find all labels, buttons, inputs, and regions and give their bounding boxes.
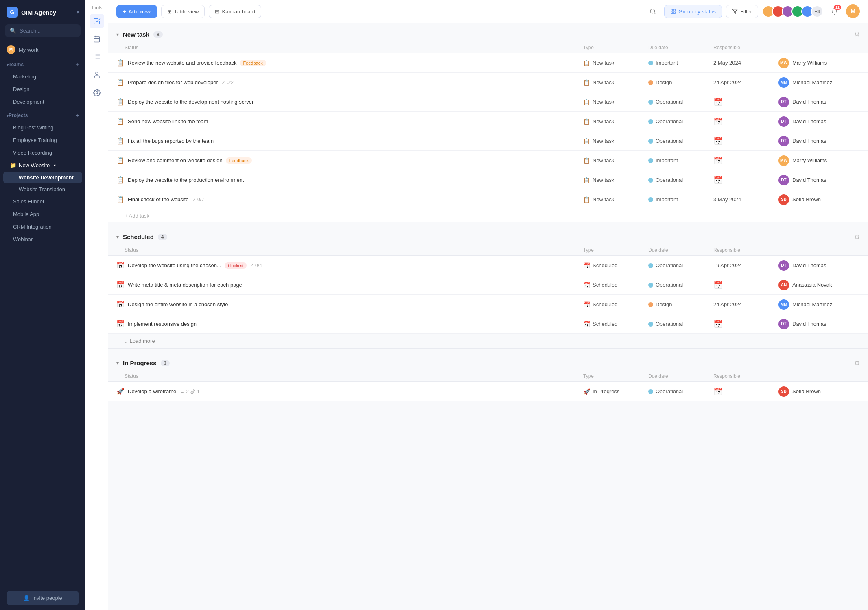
- resp-avatar: AN: [778, 280, 789, 290]
- due-cell: 📅: [713, 320, 778, 329]
- kanban-board-button[interactable]: ⊟ Kanban board: [209, 5, 261, 18]
- table-row[interactable]: 📋 Fix all the bugs reported by the team …: [108, 131, 868, 151]
- group-new-task-toggle[interactable]: ▾: [116, 32, 119, 37]
- tool-list[interactable]: [90, 50, 104, 64]
- due-cell: 📅: [713, 98, 778, 107]
- group-new-task-settings[interactable]: ⚙: [854, 30, 860, 38]
- col-task: Status: [116, 247, 583, 253]
- status-cell: 📅 Scheduled: [583, 262, 648, 269]
- table-row[interactable]: 📋 Final check of the website ✓ 0/7 📋 New…: [108, 190, 868, 209]
- responsible-cell: MM Michael Martinez: [778, 299, 860, 310]
- col-responsible: [778, 45, 860, 50]
- sidebar-item-webinar[interactable]: Webinar: [3, 233, 82, 245]
- add-task-button[interactable]: + Add task: [108, 209, 868, 222]
- group-new-task-title: New task: [123, 31, 149, 38]
- responsible-cell: DT David Thomas: [778, 319, 860, 329]
- teams-add-icon[interactable]: +: [76, 61, 79, 68]
- search-button[interactable]: [645, 4, 660, 19]
- teams-section-header[interactable]: ▾ Teams +: [0, 57, 85, 70]
- tool-settings[interactable]: [90, 85, 104, 100]
- add-new-label: Add new: [129, 9, 151, 15]
- projects-add-icon[interactable]: +: [76, 112, 79, 119]
- sidebar-sub-website-translation[interactable]: Website Translation: [3, 184, 82, 195]
- col-status: Type: [583, 45, 648, 50]
- status-cell: 📋 New task: [583, 79, 648, 86]
- sidebar-item-new-website[interactable]: 📁 New Website ▾: [3, 159, 82, 171]
- status-cell: 📅 Scheduled: [583, 321, 648, 327]
- tool-tasks[interactable]: [90, 14, 104, 28]
- svg-point-11: [96, 92, 98, 94]
- search-bar[interactable]: 🔍 Search...: [5, 24, 81, 37]
- sidebar-item-development[interactable]: Development: [3, 96, 82, 108]
- resp-avatar: DT: [778, 136, 789, 146]
- group-in-progress-toggle[interactable]: ▾: [116, 360, 119, 366]
- table-row[interactable]: 📅 Design the entire website in a chosen …: [108, 295, 868, 314]
- group-by-status-button[interactable]: Group by status: [664, 5, 722, 18]
- table-row[interactable]: 📋 Deploy the website to the development …: [108, 92, 868, 112]
- resp-avatar: DT: [778, 319, 789, 329]
- table-row[interactable]: 📋 Review and comment on website design F…: [108, 151, 868, 170]
- app-logo[interactable]: G GIM Agency ▾: [0, 0, 85, 24]
- svg-rect-0: [94, 37, 100, 42]
- table-row[interactable]: 📋 Send new website link to the team 📋 Ne…: [108, 112, 868, 131]
- sidebar-item-design[interactable]: Design: [3, 83, 82, 95]
- notifications-button[interactable]: 12: [827, 4, 842, 19]
- table-row[interactable]: 📅 Develop the website using the chosen..…: [108, 256, 868, 275]
- table-row[interactable]: 📅 Implement responsive design 📅 Schedule…: [108, 314, 868, 334]
- due-cell: 📅: [713, 176, 778, 185]
- tool-person[interactable]: [90, 68, 104, 82]
- subtask-info: 2 1: [179, 389, 199, 394]
- subtask-info: ✓ 0/4: [250, 263, 262, 268]
- sidebar-item-blog-post-writing[interactable]: Blog Post Writing: [3, 122, 82, 133]
- type-cell: Operational: [648, 99, 713, 105]
- sidebar-item-sales-funnel[interactable]: Sales Funnel: [3, 196, 82, 207]
- due-cell: 3 May 2024: [713, 196, 778, 203]
- projects-section-header[interactable]: ▾ Projects +: [0, 108, 85, 121]
- design-label: Design: [13, 86, 29, 92]
- group-in-progress-count: 3: [161, 360, 170, 366]
- tool-calendar[interactable]: [90, 32, 104, 46]
- table-view-label: Table view: [174, 9, 199, 15]
- task-name: 📋 Send new website link to the team: [116, 113, 583, 130]
- resp-avatar: DT: [778, 116, 789, 127]
- sidebar-sub-website-development[interactable]: Website Development: [3, 172, 82, 183]
- due-cell: 2 May 2024: [713, 60, 778, 66]
- group-in-progress-header: ▾ In Progress 3 ⚙: [108, 352, 868, 371]
- sidebar-item-employee-training[interactable]: Employee Training: [3, 134, 82, 146]
- sidebar-item-video-recording[interactable]: Video Recording: [3, 147, 82, 159]
- avatar-group: +3: [762, 5, 823, 17]
- resp-avatar: MM: [778, 299, 789, 310]
- group-scheduled-toggle[interactable]: ▾: [116, 234, 119, 240]
- svg-line-13: [654, 13, 655, 14]
- group-new-task-count: 8: [153, 31, 163, 38]
- avatar-more[interactable]: +3: [811, 5, 823, 17]
- group-by-label: Group by status: [678, 9, 716, 15]
- search-placeholder: Search...: [20, 28, 41, 34]
- table-view-button[interactable]: ⊞ Table view: [161, 5, 205, 18]
- group-in-progress-settings[interactable]: ⚙: [854, 359, 860, 367]
- type-cell: Operational: [648, 177, 713, 183]
- group-scheduled-settings[interactable]: ⚙: [854, 233, 860, 241]
- sidebar-item-mobile-app[interactable]: Mobile App: [3, 208, 82, 220]
- table-row[interactable]: 📋 Deploy the website to the production e…: [108, 170, 868, 190]
- due-cell: 📅: [713, 387, 778, 396]
- status-cell: 📋 New task: [583, 138, 648, 144]
- logo-chevron[interactable]: ▾: [77, 9, 79, 15]
- resp-avatar: DT: [778, 260, 789, 271]
- responsible-cell: DT David Thomas: [778, 97, 860, 107]
- sidebar-item-crm-integration[interactable]: CRM Integration: [3, 221, 82, 233]
- table-row[interactable]: 📋 Prepare design files for web developer…: [108, 73, 868, 92]
- load-more-button[interactable]: ↓ Load more: [108, 334, 868, 349]
- responsible-cell: DT David Thomas: [778, 136, 860, 146]
- due-cell: 📅: [713, 281, 778, 290]
- table-row[interactable]: 📅 Write meta title & meta description fo…: [108, 275, 868, 295]
- filter-button[interactable]: Filter: [726, 5, 758, 18]
- due-cell: 📅: [713, 117, 778, 126]
- table-row[interactable]: 📋 Review the new website and provide fee…: [108, 53, 868, 73]
- sidebar-item-marketing[interactable]: Marketing: [3, 71, 82, 83]
- my-work-item[interactable]: M My work: [0, 42, 85, 57]
- add-new-button[interactable]: + Add new: [116, 5, 157, 18]
- user-avatar-button[interactable]: M: [846, 4, 860, 18]
- table-row[interactable]: 🚀 Develop a wireframe 2 1 🚀 In Progress …: [108, 382, 868, 401]
- invite-people-button[interactable]: 👤 Invite people: [7, 591, 79, 605]
